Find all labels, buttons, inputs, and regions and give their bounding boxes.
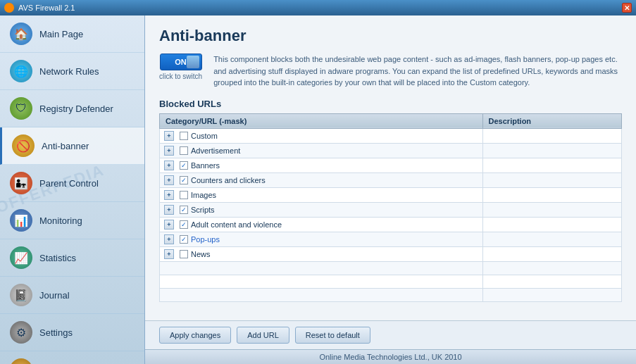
expand-button[interactable]: +: [164, 146, 174, 156]
title-bar: AVS Firewall 2.1 ✕: [0, 0, 636, 15]
row-label: Scripts: [191, 206, 215, 214]
app-icon: [4, 3, 14, 13]
sidebar-item-statistics[interactable]: 📈 Statistics: [0, 239, 144, 277]
close-button[interactable]: ✕: [622, 3, 632, 13]
sidebar-item-parent-control[interactable]: 👨‍👧 Parent Control: [0, 165, 144, 202]
sidebar-label-settings: Settings: [39, 327, 73, 338]
row-checkbox[interactable]: [180, 191, 188, 199]
table-row: [160, 288, 483, 301]
sidebar-item-registry-defender[interactable]: 🛡 Registry Defender: [0, 90, 144, 127]
expand-button[interactable]: +: [164, 220, 174, 230]
row-description: [482, 246, 621, 261]
toggle-container: ON click to switch: [159, 54, 202, 80]
row-checkbox[interactable]: [180, 161, 188, 170]
add-url-button[interactable]: Add URL: [237, 327, 289, 344]
main-page-icon: 🏠: [10, 23, 32, 45]
row-description: [482, 128, 621, 143]
col-header-category: Category/URL (-mask): [160, 113, 483, 128]
app-title: AVS Firewall 2.1: [18, 4, 75, 12]
toggle-label: click to switch: [159, 73, 202, 80]
row-label: Adult content and violence: [191, 220, 282, 229]
sidebar-item-anti-banner[interactable]: 🚫 Anti-banner: [0, 127, 144, 165]
table-row: +Scripts: [160, 202, 483, 217]
page-title: Anti-banner: [159, 27, 622, 45]
toggle-button[interactable]: ON: [160, 54, 202, 70]
row-label: Counters and clickers: [191, 176, 266, 184]
expand-button[interactable]: +: [164, 175, 174, 185]
expand-button[interactable]: +: [164, 190, 174, 200]
table-row: +Images: [160, 187, 483, 202]
expand-button[interactable]: +: [164, 131, 174, 141]
row-checkbox[interactable]: [180, 250, 188, 258]
row-checkbox[interactable]: [180, 235, 188, 244]
sidebar: OFFERPEDIA 🏠 Main Page 🌐 Network Rules 🛡…: [0, 15, 145, 364]
row-description: [482, 202, 621, 217]
content-inner: Anti-banner ON click to switch This comp…: [145, 15, 636, 320]
sidebar-item-settings[interactable]: ⚙ Settings: [0, 314, 144, 351]
row-description: [482, 143, 621, 158]
row-description: [482, 172, 621, 187]
table-row: +Advertisement: [160, 143, 483, 158]
description-text: This component blocks both the undesirab…: [213, 54, 622, 89]
table-row: +Custom: [160, 128, 483, 143]
registry-defender-icon: 🛡: [10, 97, 32, 120]
row-checkbox[interactable]: [180, 146, 188, 155]
row-description: [482, 217, 621, 232]
table-row: [160, 275, 483, 288]
section-title: Blocked URLs: [159, 99, 622, 109]
row-description: [482, 158, 621, 172]
expand-button[interactable]: +: [164, 249, 174, 259]
journal-icon: 📓: [10, 284, 32, 306]
reset-to-default-button[interactable]: Reset to default: [295, 327, 370, 344]
toggle-state: ON: [175, 58, 187, 66]
sidebar-label-registry-defender: Registry Defender: [39, 103, 113, 114]
sidebar-label-parent-control: Parent Control: [39, 178, 99, 189]
sidebar-item-monitoring[interactable]: 📊 Monitoring: [0, 202, 144, 239]
table-row: +Banners: [160, 158, 483, 172]
row-checkbox[interactable]: [180, 176, 188, 184]
sidebar-item-main-page[interactable]: 🏠 Main Page: [0, 15, 144, 53]
settings-icon: ⚙: [10, 321, 32, 344]
expand-button[interactable]: +: [164, 205, 174, 215]
sidebar-item-network-rules[interactable]: 🌐 Network Rules: [0, 53, 144, 90]
apply-changes-button[interactable]: Apply changes: [159, 327, 231, 344]
row-label: Advertisement: [191, 146, 240, 155]
network-rules-icon: 🌐: [10, 60, 32, 82]
table-row: +News: [160, 246, 483, 261]
anti-banner-icon: 🚫: [12, 134, 35, 157]
main-layout: OFFERPEDIA 🏠 Main Page 🌐 Network Rules 🛡…: [0, 15, 636, 364]
footer-buttons: Apply changes Add URL Reset to default: [145, 320, 636, 349]
row-label: Banners: [191, 161, 220, 170]
monitoring-icon: 📊: [10, 209, 32, 232]
row-checkbox[interactable]: [180, 132, 188, 140]
row-label: Pop-ups: [191, 235, 220, 244]
description-row: ON click to switch This component blocks…: [159, 54, 622, 89]
sidebar-item-journal[interactable]: 📓 Journal: [0, 277, 144, 314]
sidebar-item-about[interactable]: ❓ About: [0, 351, 144, 364]
row-label: News: [191, 250, 211, 258]
row-description: [482, 232, 621, 246]
col-header-description: Description: [482, 113, 621, 128]
status-bar: Online Media Technologies Ltd., UK 2010: [145, 349, 636, 364]
table-row: +Adult content and violence: [160, 217, 483, 232]
sidebar-label-anti-banner: Anti-banner: [42, 141, 89, 151]
expand-button[interactable]: +: [164, 161, 174, 170]
statistics-icon: 📈: [10, 246, 32, 269]
table-row: +Counters and clickers: [160, 172, 483, 187]
row-checkbox[interactable]: [180, 220, 188, 229]
row-label: Images: [191, 191, 216, 199]
sidebar-label-journal: Journal: [39, 290, 70, 301]
title-bar-left: AVS Firewall 2.1: [4, 3, 75, 13]
content-area: Anti-banner ON click to switch This comp…: [145, 15, 636, 364]
sidebar-label-network-rules: Network Rules: [39, 66, 99, 77]
expand-button[interactable]: +: [164, 234, 174, 244]
about-icon: ❓: [10, 358, 32, 364]
sidebar-label-statistics: Statistics: [39, 253, 76, 263]
row-description: [482, 187, 621, 202]
sidebar-label-monitoring: Monitoring: [39, 215, 82, 226]
table-row: [160, 261, 483, 275]
row-label: Custom: [191, 132, 218, 140]
row-checkbox[interactable]: [180, 206, 188, 214]
url-table: Category/URL (-mask) Description +Custom…: [159, 113, 622, 302]
parent-control-icon: 👨‍👧: [10, 172, 32, 194]
